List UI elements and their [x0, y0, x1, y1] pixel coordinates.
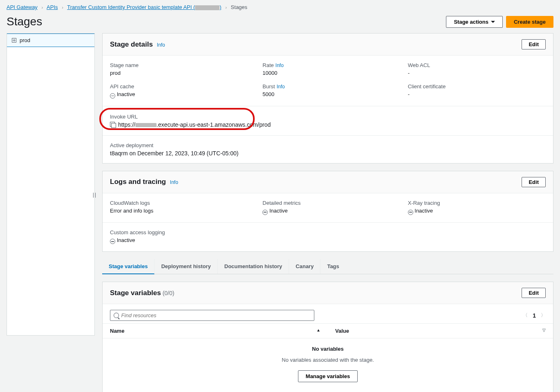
- xray-label: X-Ray tracing: [408, 200, 546, 206]
- tree-item-label: prod: [20, 37, 30, 43]
- redacted-id: [195, 5, 220, 10]
- breadcrumb: API Gateway › APIs › Transfer Custom Ide…: [0, 0, 560, 13]
- variables-count: (0/0): [163, 290, 175, 296]
- tree-item-prod[interactable]: prod: [7, 34, 94, 47]
- page-current: 1: [533, 312, 536, 319]
- client-cert-value: -: [408, 91, 546, 97]
- rate-label: Rate Info: [262, 62, 400, 68]
- api-cache-value: Inactive: [110, 91, 255, 99]
- cloudwatch-label: CloudWatch logs: [110, 200, 255, 206]
- panel-title: Logs and tracing: [110, 178, 166, 186]
- tab-canary[interactable]: Canary: [289, 259, 320, 274]
- page-title: Stages: [7, 15, 42, 28]
- redacted-api-id: [135, 123, 157, 127]
- invoke-url-label: Invoke URL: [110, 114, 546, 120]
- stage-variables-panel: Stage variables (0/0) Edit 〈 1 〉: [102, 282, 553, 392]
- detailed-metrics-label: Detailed metrics: [262, 200, 400, 206]
- manage-variables-button[interactable]: Manage variables: [298, 370, 358, 382]
- page-prev-icon[interactable]: 〈: [523, 312, 528, 319]
- client-cert-label: Client certificate: [408, 83, 546, 90]
- tab-documentation-history[interactable]: Documentation history: [218, 259, 289, 274]
- col-name[interactable]: Name▲: [103, 324, 328, 338]
- custom-access-label: Custom access logging: [110, 229, 255, 235]
- web-acl-label: Web ACL: [408, 62, 546, 68]
- empty-subtitle: No variables associated with the stage.: [103, 357, 553, 363]
- edit-logs-button[interactable]: Edit: [522, 177, 546, 187]
- invoke-url-value: https://.execute-api.us-east-1.amazonaws…: [110, 121, 546, 128]
- chevron-right-icon: ›: [225, 5, 227, 10]
- info-link[interactable]: Info: [157, 42, 165, 48]
- create-stage-button[interactable]: Create stage: [506, 16, 553, 28]
- breadcrumb-current: Stages: [231, 4, 247, 10]
- empty-title: No variables: [103, 346, 553, 352]
- pagination: 〈 1 〉: [523, 312, 546, 319]
- logs-tracing-panel: Logs and tracing Info Edit CloudWatch lo…: [102, 171, 553, 252]
- stage-tree-sidebar: prod ⎢⎢: [7, 33, 95, 336]
- inactive-icon: [408, 210, 413, 215]
- tab-stage-variables[interactable]: Stage variables: [102, 259, 155, 274]
- stage-name-value: prod: [110, 70, 255, 76]
- active-deployment-value: t8aqrm on December 12, 2023, 10:49 (UTC-…: [110, 150, 546, 157]
- stage-tabs: Stage variables Deployment history Docum…: [102, 259, 553, 274]
- panel-title: Stage details: [110, 40, 153, 48]
- collapse-handle-icon[interactable]: ⎢⎢: [93, 193, 99, 199]
- search-input[interactable]: [121, 312, 311, 318]
- stage-name-label: Stage name: [110, 62, 255, 68]
- cloudwatch-value: Error and info logs: [110, 208, 255, 214]
- tab-tags[interactable]: Tags: [320, 259, 345, 274]
- burst-label: Burst Info: [262, 83, 400, 90]
- expand-icon[interactable]: [12, 38, 16, 43]
- stage-details-panel: Stage details Info Edit Stage name prod …: [102, 33, 553, 164]
- chevron-right-icon: ›: [62, 5, 63, 10]
- col-value[interactable]: Value▽: [328, 324, 553, 338]
- edit-stage-details-button[interactable]: Edit: [522, 39, 546, 49]
- caret-down-icon: [491, 21, 495, 23]
- tab-deployment-history[interactable]: Deployment history: [155, 259, 217, 274]
- page-next-icon[interactable]: 〉: [541, 312, 546, 319]
- inactive-icon: [110, 239, 115, 244]
- info-link[interactable]: Info: [170, 179, 178, 185]
- chevron-right-icon: ›: [42, 5, 43, 10]
- info-link[interactable]: Info: [276, 63, 284, 68]
- sort-asc-icon: ▲: [316, 328, 320, 332]
- breadcrumb-apis[interactable]: APIs: [47, 4, 58, 10]
- info-link[interactable]: Info: [277, 84, 285, 90]
- stage-actions-button[interactable]: Stage actions: [446, 16, 503, 28]
- search-input-wrapper[interactable]: [110, 310, 314, 321]
- api-cache-label: API cache: [110, 83, 255, 90]
- rate-value: 10000: [262, 70, 400, 76]
- inactive-icon: [262, 210, 268, 215]
- web-acl-value: -: [408, 70, 546, 76]
- breadcrumb-api-gateway[interactable]: API Gateway: [7, 4, 38, 10]
- copy-icon[interactable]: [110, 122, 115, 127]
- search-icon: [114, 313, 119, 318]
- active-deployment-label: Active deployment: [110, 142, 546, 148]
- edit-variables-button[interactable]: Edit: [522, 288, 546, 298]
- panel-title: Stage variables: [110, 289, 161, 297]
- burst-value: 5000: [262, 91, 400, 97]
- sort-desc-icon: ▽: [542, 328, 546, 332]
- xray-value: Inactive: [408, 208, 546, 215]
- breadcrumb-api-name[interactable]: Transfer Custom Identity Provider basic …: [67, 4, 221, 10]
- inactive-icon: [110, 93, 115, 99]
- detailed-metrics-value: Inactive: [262, 208, 400, 215]
- custom-access-value: Inactive: [110, 237, 255, 244]
